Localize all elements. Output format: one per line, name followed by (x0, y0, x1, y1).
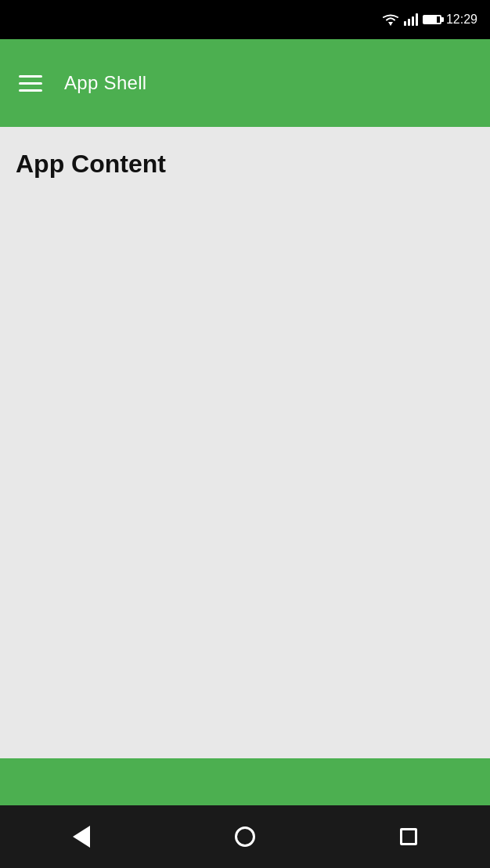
nav-home-button[interactable] (222, 813, 268, 860)
svg-rect-1 (404, 21, 406, 26)
recents-icon (400, 828, 417, 845)
svg-rect-4 (416, 13, 418, 26)
nav-back-button[interactable] (58, 813, 105, 860)
hamburger-line-1 (19, 75, 42, 78)
status-icons: 12:29 (382, 13, 477, 27)
status-bar: 12:29 (0, 0, 490, 39)
home-icon (235, 826, 255, 847)
main-content: App Content (0, 127, 490, 758)
signal-icon (404, 13, 418, 26)
app-bar: App Shell (0, 39, 490, 127)
wifi-icon (382, 13, 399, 26)
hamburger-line-2 (19, 82, 42, 85)
svg-rect-3 (412, 16, 414, 26)
nav-bar (0, 805, 490, 868)
battery-icon (423, 15, 441, 24)
hamburger-line-3 (19, 89, 42, 92)
svg-rect-2 (408, 19, 410, 26)
hamburger-menu-button[interactable] (16, 72, 45, 95)
content-heading: App Content (16, 149, 474, 179)
bottom-accent-bar (0, 758, 490, 805)
status-time: 12:29 (446, 13, 477, 27)
back-icon (73, 826, 90, 848)
app-bar-title: App Shell (64, 72, 146, 94)
nav-recents-button[interactable] (385, 813, 432, 860)
svg-marker-0 (388, 22, 393, 26)
